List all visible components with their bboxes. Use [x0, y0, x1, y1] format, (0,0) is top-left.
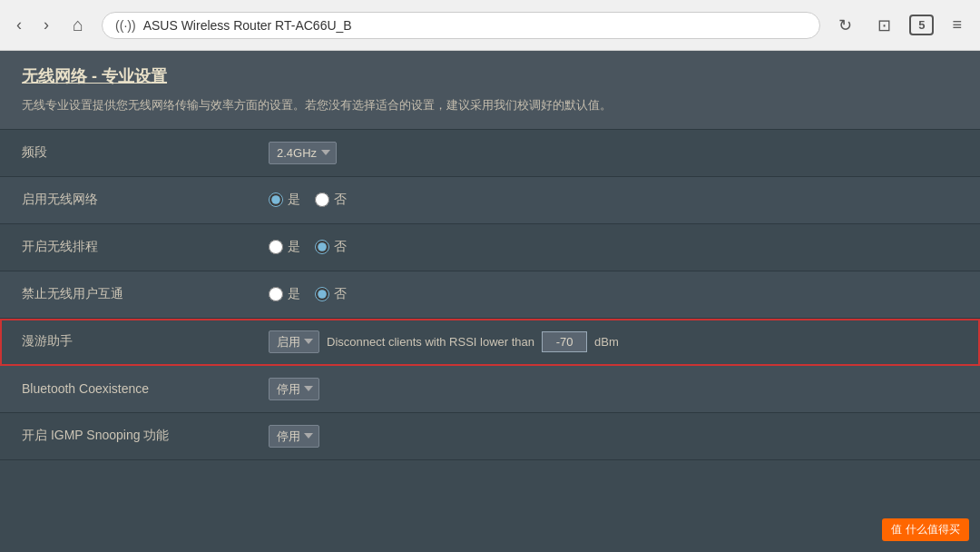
page-content: 无线网络 - 专业设置 无线专业设置提供您无线网络传输与效率方面的设置。若您没有… [0, 51, 980, 552]
client-isolation-no-radio[interactable] [315, 287, 329, 301]
bluetooth-select[interactable]: 停用 启用 [269, 378, 319, 400]
watermark-icon: 值 [891, 522, 902, 537]
wireless-schedule-value: 是 否 [254, 230, 980, 264]
roaming-row: 漫游助手 启用 停用 Disconnect clients with RSSI … [0, 319, 980, 366]
wireless-schedule-yes-radio[interactable] [269, 240, 283, 254]
watermark: 值 什么值得买 [882, 518, 969, 541]
frequency-row: 频段 2.4GHz 5GHz [0, 130, 980, 177]
page-header: 无线网络 - 专业设置 无线专业设置提供您无线网络传输与效率方面的设置。若您没有… [0, 51, 980, 130]
igmp-value: 停用 启用 [254, 416, 980, 457]
enable-wireless-label: 启用无线网络 [0, 181, 254, 219]
rssi-container: 启用 停用 Disconnect clients with RSSI lower… [269, 330, 619, 353]
browser-chrome: ‹ › ⌂ ((·)) ASUS Wireless Router RT-AC66… [0, 0, 980, 51]
enable-wireless-yes-label[interactable]: 是 [269, 192, 300, 208]
roaming-value: 启用 停用 Disconnect clients with RSSI lower… [254, 321, 980, 362]
igmp-label: 开启 IGMP Snooping 功能 [0, 417, 254, 455]
enable-wireless-radio-group: 是 否 [269, 192, 347, 208]
wireless-schedule-radio-group: 是 否 [269, 239, 347, 255]
frequency-select[interactable]: 2.4GHz 5GHz [269, 142, 337, 164]
settings-table: 频段 2.4GHz 5GHz 启用无线网络 是 否 [0, 130, 980, 460]
rssi-input[interactable] [542, 331, 587, 352]
address-text: ASUS Wireless Router RT-AC66U_B [143, 18, 808, 33]
page-description: 无线专业设置提供您无线网络传输与效率方面的设置。若您没有选择适合的设置，建议采用… [22, 96, 958, 114]
client-isolation-radio-group: 是 否 [269, 286, 347, 302]
client-isolation-value: 是 否 [254, 277, 980, 311]
wireless-schedule-label: 开启无线排程 [0, 228, 254, 266]
tab-count-button[interactable]: 5 [909, 15, 934, 35]
client-isolation-yes-label[interactable]: 是 [269, 286, 300, 302]
forward-button[interactable]: › [38, 12, 54, 38]
wireless-schedule-no-radio[interactable] [315, 240, 329, 254]
wireless-schedule-row: 开启无线排程 是 否 [0, 224, 980, 271]
reload-button[interactable]: ↻ [831, 12, 859, 39]
roaming-label: 漫游助手 [0, 322, 254, 360]
enable-wireless-no-label[interactable]: 否 [315, 192, 347, 208]
screen-button[interactable]: ⊡ [870, 12, 898, 39]
client-isolation-label: 禁止无线用户互通 [0, 275, 254, 313]
igmp-select[interactable]: 停用 启用 [269, 425, 319, 448]
enable-wireless-yes-radio[interactable] [269, 192, 283, 207]
page-title: 无线网络 - 专业设置 [22, 65, 958, 87]
rssi-unit: dBm [594, 335, 619, 349]
frequency-value: 2.4GHz 5GHz [254, 133, 980, 173]
menu-button[interactable]: ≡ [945, 12, 969, 38]
roaming-select[interactable]: 启用 停用 [269, 330, 319, 353]
bluetooth-row: Bluetooth Coexistence 停用 启用 [0, 366, 980, 413]
back-button[interactable]: ‹ [11, 12, 27, 38]
wireless-schedule-yes-label[interactable]: 是 [269, 239, 300, 255]
client-isolation-yes-radio[interactable] [269, 287, 283, 301]
client-isolation-no-label[interactable]: 否 [315, 286, 347, 302]
client-isolation-row: 禁止无线用户互通 是 否 [0, 271, 980, 319]
enable-wireless-value: 是 否 [254, 182, 980, 217]
igmp-row: 开启 IGMP Snooping 功能 停用 启用 [0, 413, 980, 460]
enable-wireless-no-radio[interactable] [315, 192, 329, 207]
roaming-description: Disconnect clients with RSSI lower than [327, 335, 534, 349]
bluetooth-value: 停用 启用 [254, 369, 980, 409]
watermark-text: 什么值得买 [906, 522, 960, 537]
home-button[interactable]: ⌂ [65, 11, 91, 39]
enable-wireless-row: 启用无线网络 是 否 [0, 177, 980, 224]
frequency-label: 频段 [0, 133, 254, 172]
bluetooth-label: Bluetooth Coexistence [0, 370, 254, 407]
wireless-schedule-no-label[interactable]: 否 [315, 239, 347, 255]
wifi-icon: ((·)) [115, 18, 136, 33]
address-bar[interactable]: ((·)) ASUS Wireless Router RT-AC66U_B [102, 12, 820, 39]
